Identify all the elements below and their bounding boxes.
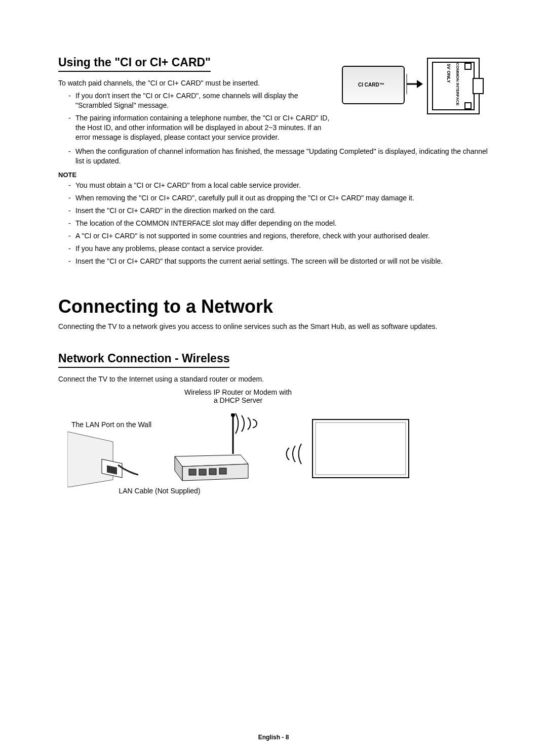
list-item: You must obtain a "CI or CI+ CARD" from … [68, 181, 489, 190]
common-interface-slot-icon: 5V ONLY COMMON INTERFACE [427, 58, 480, 114]
svg-rect-15 [219, 468, 226, 474]
heading-connecting-network: Connecting to a Network [58, 296, 489, 317]
signal-out-icon [230, 408, 266, 439]
section1-note-bullets: You must obtain a "CI or CI+ CARD" from … [58, 181, 489, 266]
page-footer: English - 8 [0, 734, 547, 741]
wall-port-icon [67, 432, 138, 487]
svg-rect-13 [199, 469, 206, 475]
svg-rect-17 [316, 423, 406, 475]
list-item: A "CI or CI+ CARD" is not supported in s… [68, 231, 489, 241]
list-item: When removing the "CI or CI+ CARD", care… [68, 193, 489, 203]
list-item: If you don't insert the "CI or CI+ CARD"… [68, 91, 332, 110]
section1-intro: To watch paid channels, the "CI or CI+ C… [58, 79, 332, 87]
section2-intro: Connecting the TV to a network gives you… [58, 322, 489, 330]
ci-card-label: CI CARD™ [358, 82, 384, 88]
insert-arrow-icon [406, 74, 423, 94]
list-item: Insert the "CI or CI+ CARD" in the direc… [68, 206, 489, 216]
signal-in-icon [271, 439, 306, 469]
router-label: Wireless IP Router or Modem with a DHCP … [172, 388, 304, 404]
svg-marker-2 [417, 80, 423, 88]
list-item: If you have any problems, please contact… [68, 244, 489, 254]
list-item: The pairing information containing a tel… [68, 113, 332, 142]
section-title-ci-card: Using the "CI or CI+ CARD" [58, 56, 211, 72]
svg-rect-12 [189, 469, 196, 475]
svg-rect-14 [209, 469, 216, 475]
section1-bullets-full: When the configuration of channel inform… [58, 147, 489, 166]
list-item: The location of the COMMON INTERFACE slo… [68, 219, 489, 228]
section1-bullets-left: If you don't insert the "CI or CI+ CARD"… [58, 91, 332, 142]
tv-icon [311, 418, 413, 484]
note-label: NOTE [58, 171, 489, 179]
lan-cable-label: LAN Cable (Not Supplied) [109, 487, 210, 495]
list-item: When the configuration of channel inform… [68, 147, 489, 166]
section3-intro: Connect the TV to the Internet using a s… [58, 375, 489, 383]
list-item: Insert the "CI or CI+ CARD" that support… [68, 257, 489, 266]
slot-5v-label: 5V ONLY [446, 64, 451, 83]
wireless-diagram: Wireless IP Router or Modem with a DHCP … [58, 388, 479, 505]
slot-common-interface-label: COMMON INTERFACE [455, 63, 460, 106]
wall-port-label: The LAN Port on the Wall [63, 421, 160, 429]
section-title-wireless: Network Connection - Wireless [58, 352, 229, 368]
ci-card-illustration: CI CARD™ 5V ONLY COMMON INTERFACE [342, 56, 489, 116]
ci-card-icon: CI CARD™ [342, 66, 405, 104]
